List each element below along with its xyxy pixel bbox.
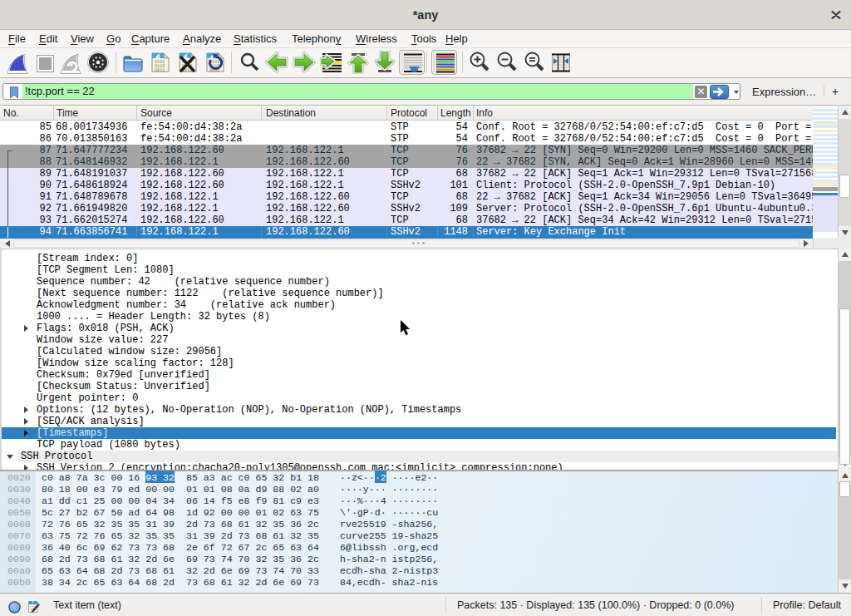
svg-text:0011: 0011 <box>155 68 165 73</box>
